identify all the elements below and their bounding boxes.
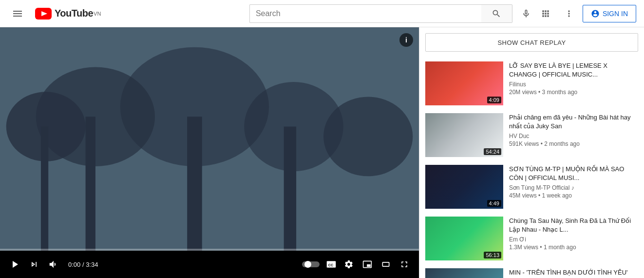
video-stats-0: 20M views • 3 months ago bbox=[509, 89, 636, 96]
video-meta-4: MIN - 'TRÊN TÌNH BẠN DƯỚI TÌNH YÊU' OFFI… bbox=[507, 268, 638, 278]
video-thumbnail-4 bbox=[425, 268, 503, 278]
video-title-2: SƠN TÙNG M-TP | MUỘN RỒI MÀ SAO CÒN | OF… bbox=[509, 165, 636, 182]
video-stats-3: 1.3M views • 1 month ago bbox=[509, 244, 636, 251]
logo[interactable]: YouTube VN bbox=[35, 8, 101, 20]
apps-button[interactable] bbox=[536, 4, 555, 23]
video-meta-0: LỠ SAY BYE LÀ BYE | LEMESE X CHANGG | OF… bbox=[507, 61, 638, 105]
settings-button[interactable] bbox=[340, 256, 358, 273]
header: YouTube VN bbox=[0, 0, 644, 27]
video-title-4: MIN - 'TRÊN TÌNH BẠN DƯỚI TÌNH YÊU' OFFI… bbox=[509, 268, 636, 278]
more-button[interactable] bbox=[559, 4, 579, 23]
video-list: 4:09 LỠ SAY BYE LÀ BYE | LEMESE X CHANGG… bbox=[419, 58, 644, 278]
video-title-1: Phải chăng em đã yêu - Những Bài hát hay… bbox=[509, 113, 636, 131]
skip-button[interactable] bbox=[25, 256, 43, 273]
logo-text: YouTube bbox=[55, 8, 93, 19]
menu-button[interactable] bbox=[8, 4, 27, 23]
video-title-0: LỠ SAY BYE LÀ BYE | LEMESE X CHANGG | OF… bbox=[509, 61, 636, 79]
progress-bar[interactable] bbox=[0, 249, 419, 251]
video-stats-2: 45M views • 1 week ago bbox=[509, 192, 636, 199]
duration-badge-3: 56:13 bbox=[484, 252, 501, 258]
video-meta-2: SƠN TÙNG M-TP | MUỘN RỒI MÀ SAO CÒN | OF… bbox=[507, 165, 638, 209]
svg-text:CC: CC bbox=[328, 263, 333, 267]
player-controls: 0:00 / 3:34 CC bbox=[0, 251, 419, 278]
toggle-button[interactable] bbox=[299, 257, 322, 272]
content: i 0 bbox=[0, 27, 644, 278]
sign-in-label: SIGN IN bbox=[603, 10, 628, 18]
video-meta-1: Phải chăng em đã yêu - Những Bài hát hay… bbox=[507, 113, 638, 157]
thumb-bg-4 bbox=[425, 268, 503, 278]
logo-country: VN bbox=[94, 11, 101, 17]
time-display: 0:00 / 3:34 bbox=[68, 261, 98, 268]
info-icon[interactable]: i bbox=[399, 33, 413, 47]
video-thumbnail-2: 4:49 bbox=[425, 165, 503, 209]
sidebar: SHOW CHAT REPLAY 4:09 LỠ SAY BYE LÀ BYE … bbox=[419, 27, 644, 278]
fullscreen-button[interactable] bbox=[396, 256, 413, 273]
video-channel-2: Sơn Tùng M-TP Official ♪ bbox=[509, 184, 636, 191]
play-button[interactable] bbox=[6, 256, 23, 273]
sign-in-button[interactable]: SIGN IN bbox=[583, 5, 636, 22]
captions-button[interactable]: CC bbox=[323, 257, 339, 272]
duration-badge-2: 4:49 bbox=[487, 200, 501, 207]
video-list-item[interactable]: 4:09 LỠ SAY BYE LÀ BYE | LEMESE X CHANGG… bbox=[419, 58, 644, 109]
video-thumbnail bbox=[0, 27, 419, 251]
video-list-item[interactable]: MIN - 'TRÊN TÌNH BẠN DƯỚI TÌNH YÊU' OFFI… bbox=[419, 264, 644, 278]
video-stats-1: 591K views • 2 months ago bbox=[509, 140, 636, 147]
video-channel-0: Filinus bbox=[509, 81, 636, 88]
video-channel-3: Em Ơi bbox=[509, 236, 636, 243]
show-chat-replay-button[interactable]: SHOW CHAT REPLAY bbox=[425, 33, 638, 52]
video-thumbnail-3: 56:13 bbox=[425, 217, 503, 260]
video-thumbnail-1: 54:24 bbox=[425, 113, 503, 157]
search-input[interactable] bbox=[249, 4, 481, 23]
player-section: i 0 bbox=[0, 27, 419, 278]
search-bar bbox=[249, 4, 512, 23]
video-area[interactable]: i bbox=[0, 27, 419, 251]
right-icons: SIGN IN bbox=[536, 4, 636, 23]
search-button[interactable] bbox=[481, 4, 512, 23]
duration-badge-1: 54:24 bbox=[484, 148, 501, 155]
mic-button[interactable] bbox=[516, 4, 536, 23]
duration-badge-0: 4:09 bbox=[487, 97, 501, 103]
controls-right: CC bbox=[299, 256, 413, 273]
video-meta-3: Chúng Ta Sau Này, Sinh Ra Đã Là Thứ Đối … bbox=[507, 217, 638, 260]
svg-point-3 bbox=[304, 261, 311, 268]
video-channel-1: HV Duc bbox=[509, 133, 636, 139]
video-list-item[interactable]: 4:49 SƠN TÙNG M-TP | MUỘN RỒI MÀ SAO CÒN… bbox=[419, 161, 644, 213]
theatre-button[interactable] bbox=[377, 256, 395, 273]
video-list-item[interactable]: 56:13 Chúng Ta Sau Này, Sinh Ra Đã Là Th… bbox=[419, 213, 644, 264]
volume-button[interactable] bbox=[45, 256, 62, 273]
video-title-3: Chúng Ta Sau Này, Sinh Ra Đã Là Thứ Đối … bbox=[509, 217, 636, 234]
video-list-item[interactable]: 54:24 Phải chăng em đã yêu - Những Bài h… bbox=[419, 109, 644, 161]
miniplayer-button[interactable] bbox=[359, 256, 376, 273]
video-thumbnail-0: 4:09 bbox=[425, 61, 503, 105]
